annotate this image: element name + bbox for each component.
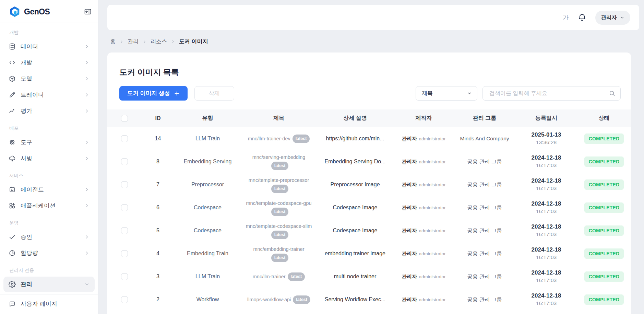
cell-id: 7 [142,179,174,190]
row-checkbox[interactable] [121,135,128,142]
cell-title: mnc/llm-trainer-dev [248,136,290,141]
quota-icon [9,249,16,257]
sidebar-section: 배포 도구 서빙 [3,119,95,166]
cube-icon [9,75,16,82]
cell-description: Codespace Image [317,225,394,236]
language-toggle[interactable]: 가 [563,13,569,22]
cell-creator-name: 관리자 [402,228,417,233]
search-box [482,86,621,101]
table-row[interactable]: 5 Codespace mnc/template-codespace-sliml… [107,219,631,242]
row-checkbox[interactable] [121,273,128,280]
brand-name: GenOS [24,7,50,16]
sidebar-menu: 개발 데이터 개발 모델 트레이너 평가 배포 도구 서빙 서비스 에이전트 [0,23,98,294]
table-row[interactable]: 2 Workflow llmops-workflow-apilatest Ser… [107,288,631,311]
latest-badge: latest [271,254,289,262]
latest-badge: latest [293,295,310,304]
row-checkbox[interactable] [121,181,128,188]
search-input[interactable] [489,90,609,97]
chart-icon [9,107,16,115]
sidebar-item[interactable]: 트레이너 [3,87,95,103]
sidebar-item[interactable]: 서빙 [3,151,95,166]
cell-group: 공용 관리 그룹 [454,156,515,167]
delete-button[interactable]: 삭제 [194,86,234,101]
table-body: 14 LLM Train mnc/llm-trainer-devlatest h… [107,127,631,314]
user-menu-label: 관리자 [601,14,617,21]
sidebar-collapse-icon[interactable] [84,8,92,16]
sidebar-item[interactable]: 애플리케이션 [3,198,95,213]
table-row[interactable]: 6 Codespace mnc/template-codespace-gpula… [107,196,631,219]
row-checkbox[interactable] [121,296,128,303]
cell-id: 3 [142,271,174,282]
cell-creator-id: administrator [419,136,445,141]
topbar: 가 관리자 [107,5,639,30]
notification-bell-icon[interactable] [578,13,586,22]
table-row[interactable]: 3 LLM Train mnc/llm-trainerlatest multi … [107,265,631,288]
create-docker-image-button[interactable]: 도커 이미지 생성 [119,86,188,101]
user-menu-button[interactable]: 관리자 [595,11,631,25]
cell-id: 6 [142,202,174,213]
chevron-right-icon [142,39,147,44]
status-badge: COMPLETED [584,294,624,305]
cell-creator-name: 관리자 [402,296,417,302]
cell-date: 2024-12-18 [518,177,574,185]
brand: GenOS [9,6,50,18]
select-all-checkbox[interactable] [121,115,128,122]
sidebar-item[interactable]: 평가 [3,103,95,119]
breadcrumb-item[interactable]: 리소스 [151,38,167,45]
cell-id: 8 [142,156,174,167]
cell-creator-id: administrator [419,205,445,210]
sidebar-item[interactable]: 할당량 [3,245,95,261]
cell-date: 2024-12-18 [518,246,574,254]
sidebar-item[interactable]: 승인 [3,229,95,245]
search-icon [609,90,616,97]
cell-date: 2024-12-18 [518,292,574,300]
chevron-right-icon [84,108,90,114]
breadcrumb-item[interactable]: 관리 [128,38,139,45]
main-area: 가 관리자 홈관리리소스도커 이미지 도커 이미지 목록 도커 이미지 생성 삭… [98,0,644,314]
row-checkbox[interactable] [121,158,128,165]
row-checkbox[interactable] [121,227,128,234]
chevron-down-icon [620,15,624,20]
sidebar-item[interactable]: 관리 [3,277,95,292]
cell-id: 14 [142,133,174,144]
table-row[interactable]: 7 Preprocessor mnc/template-preprocessor… [107,173,631,196]
breadcrumb-item[interactable]: 홈 [110,38,116,45]
cell-creator-name: 관리자 [402,159,417,164]
status-badge: COMPLETED [584,156,624,167]
sidebar-section: 개발 데이터 개발 모델 트레이너 평가 [3,24,95,119]
sidebar-item-user-page[interactable]: 사용자 페이지 [0,294,98,314]
cell-description: embedding trainer image [317,248,394,259]
cell-description: Serving Workflow Exec... [317,294,394,305]
cell-type: LLM Train [174,271,241,282]
status-badge: COMPLETED [584,133,624,144]
table-header-row: ID 유형 제목 상세 설명 제작자 관리 그룹 등록일시 상태 [107,109,631,127]
sidebar: GenOS 개발 데이터 개발 모델 트레이너 평가 배포 도구 서빙 [0,0,98,314]
sidebar-section-label: 개발 [3,24,95,38]
cell-time: 16:17:03 [518,162,574,169]
cell-group: 공용 관리 그룹 [454,179,515,190]
plus-icon [174,91,180,96]
table-row[interactable]: 4 Embedding Train mnc/embedding-trainerl… [107,242,631,265]
sidebar-item-label: 개발 [21,59,32,67]
row-checkbox[interactable] [121,204,128,211]
table-row[interactable]: 14 LLM Train mnc/llm-trainer-devlatest h… [107,127,631,150]
sidebar-item[interactable]: 데이터 [3,39,95,54]
cloud-serving-icon [9,155,16,162]
genos-logo-icon [9,6,21,18]
sidebar-item[interactable]: 에이전트 [3,182,95,197]
cell-type: Workflow [174,294,241,305]
cell-description: Preprocessor Image [317,179,394,190]
database-icon [9,43,16,50]
sidebar-item[interactable]: 도구 [3,135,95,150]
chevron-down-icon [467,91,472,96]
row-checkbox[interactable] [121,250,128,257]
filter-field-select[interactable]: 제목 [416,86,477,101]
table-row[interactable]: 8 Embedding Serving mnc/serving-embeddin… [107,150,631,173]
tools-icon [9,139,16,146]
table-row[interactable]: 2024-12-18 COMPLETED [107,311,631,314]
cell-group: Minds And Company [454,133,515,144]
sidebar-item[interactable]: 개발 [3,55,95,70]
cell-title: mnc/template-preprocessor [249,177,309,183]
sidebar-section-label: 배포 [3,119,95,134]
sidebar-item[interactable]: 모델 [3,71,95,86]
